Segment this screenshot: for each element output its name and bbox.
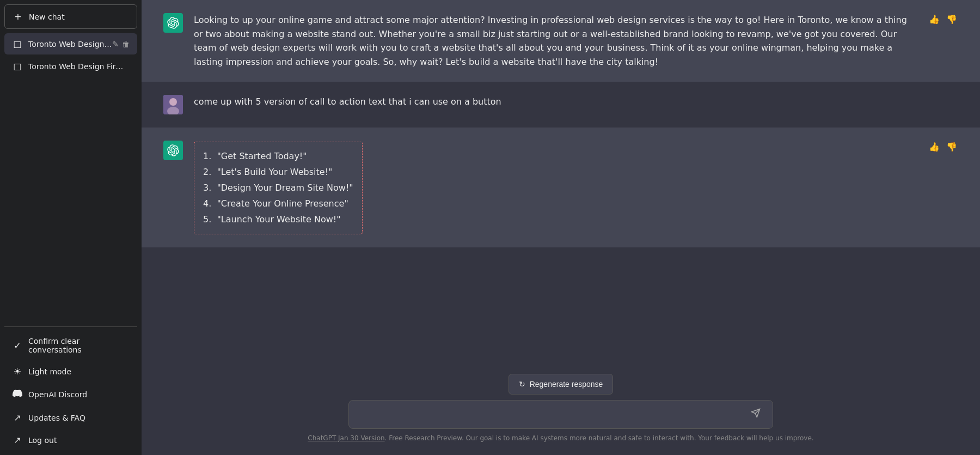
chat-item-left-2: □ Toronto Web Design Firm CTA — [12, 61, 130, 71]
light-mode-label: Light mode — [28, 367, 71, 376]
checkmark-icon: ✓ — [12, 341, 23, 351]
message-row-2: come up with 5 version of call to action… — [142, 82, 980, 128]
cta-item-1: 1. "Get Started Today!" — [203, 149, 353, 165]
discord-icon — [12, 389, 23, 401]
updates-faq-label: Updates & FAQ — [28, 414, 85, 422]
new-chat-button[interactable]: + New chat — [4, 4, 137, 29]
message-text-1: Looking to up your online game and attra… — [194, 15, 907, 67]
sidebar-divider — [4, 326, 137, 327]
chat-item-actions: ✎ 🗑 — [112, 40, 130, 48]
chat-messages: Looking to up your online game and attra… — [142, 0, 980, 365]
cta-response-box: 1. "Get Started Today!" 2. "Let's Build … — [194, 142, 363, 234]
footer-text-rest: . Free Research Preview. Our goal is to … — [385, 434, 814, 442]
cta-item-3: 3. "Design Your Dream Site Now!" — [203, 180, 353, 196]
logout-icon: ↗ — [12, 435, 23, 445]
assistant-avatar-3 — [163, 141, 183, 160]
chat-icon-2: □ — [12, 61, 23, 71]
discord-label: OpenAI Discord — [28, 390, 87, 399]
new-chat-label: New chat — [29, 13, 65, 21]
chat-item-left: □ Toronto Web Design SI — [12, 39, 112, 49]
chat-input-container — [348, 400, 773, 429]
confirm-clear-button[interactable]: ✓ Confirm clear conversations — [4, 331, 137, 360]
sidebar: + New chat □ Toronto Web Design SI ✎ 🗑 □… — [0, 0, 142, 455]
chat-icon: □ — [12, 39, 23, 49]
plus-icon: + — [13, 11, 23, 22]
chat-list: □ Toronto Web Design SI ✎ 🗑 □ Toronto We… — [4, 33, 137, 322]
main-content: Looking to up your online game and attra… — [142, 0, 980, 455]
external-link-icon: ↗ — [12, 412, 23, 423]
light-mode-button[interactable]: ☀ Light mode — [4, 361, 137, 382]
regenerate-label: Regenerate response — [530, 380, 603, 389]
message-actions-1: 👍 👎 — [928, 13, 958, 26]
assistant-avatar-1 — [163, 13, 183, 33]
message-row-1: Looking to up your online game and attra… — [142, 0, 980, 82]
sun-icon: ☀ — [12, 366, 23, 377]
log-out-button[interactable]: ↗ Log out — [4, 429, 137, 451]
updates-faq-button[interactable]: ↗ Updates & FAQ — [4, 407, 137, 428]
thumbs-up-button-1[interactable]: 👍 — [928, 13, 941, 26]
message-content-1: Looking to up your online game and attra… — [194, 13, 917, 69]
send-button[interactable] — [748, 407, 764, 422]
message-content-3: 1. "Get Started Today!" 2. "Let's Build … — [194, 141, 917, 234]
cta-item-5: 5. "Launch Your Website Now!" — [203, 212, 353, 228]
regenerate-button[interactable]: ↻ Regenerate response — [509, 374, 614, 395]
user-avatar — [163, 95, 183, 114]
thumbs-down-button-3[interactable]: 👎 — [945, 141, 958, 153]
message-actions-3: 👍 👎 — [928, 141, 958, 153]
cta-list: 1. "Get Started Today!" 2. "Let's Build … — [203, 149, 353, 227]
edit-icon[interactable]: ✎ — [112, 40, 119, 48]
regenerate-icon: ↻ — [519, 380, 525, 389]
cta-item-4: 4. "Create Your Online Presence" — [203, 196, 353, 212]
chat-item-label-2: Toronto Web Design Firm CTA — [28, 62, 130, 71]
message-row-3: 1. "Get Started Today!" 2. "Let's Build … — [142, 128, 980, 247]
message-content-2: come up with 5 version of call to action… — [194, 95, 958, 109]
delete-icon[interactable]: 🗑 — [122, 40, 130, 48]
chat-footer: ↻ Regenerate response ChatGPT Jan 30 Ver… — [142, 365, 980, 455]
sidebar-item-chat1[interactable]: □ Toronto Web Design SI ✎ 🗑 — [4, 33, 137, 54]
chat-item-label: Toronto Web Design SI — [28, 40, 112, 48]
svg-point-1 — [169, 98, 177, 106]
cta-item-2: 2. "Let's Build Your Website!" — [203, 165, 353, 180]
confirm-clear-label: Confirm clear conversations — [28, 337, 130, 354]
discord-button[interactable]: OpenAI Discord — [4, 383, 137, 406]
message-text-2: come up with 5 version of call to action… — [194, 96, 501, 107]
sidebar-item-chat2[interactable]: □ Toronto Web Design Firm CTA — [4, 56, 137, 77]
thumbs-up-button-3[interactable]: 👍 — [928, 141, 941, 153]
log-out-label: Log out — [28, 436, 57, 445]
sidebar-bottom: ✓ Confirm clear conversations ☀ Light mo… — [4, 331, 137, 451]
chat-input[interactable] — [358, 409, 748, 420]
footer-link[interactable]: ChatGPT Jan 30 Version — [308, 434, 384, 442]
thumbs-down-button-1[interactable]: 👎 — [945, 13, 958, 26]
footer-note: ChatGPT Jan 30 Version. Free Research Pr… — [308, 434, 813, 442]
